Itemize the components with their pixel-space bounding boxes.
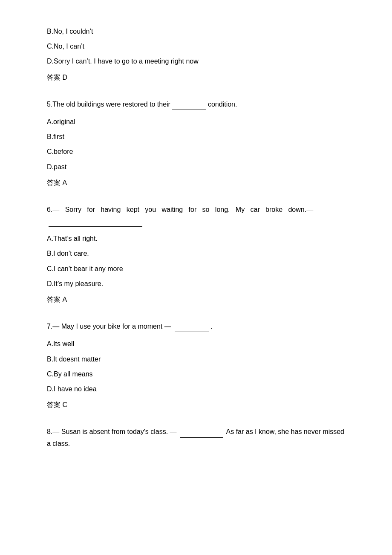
section-q5: 5.The old buildings were restored to the… bbox=[47, 98, 345, 188]
option-q6-d: D.It’s my pleasure. bbox=[47, 278, 345, 289]
section-q8: 8.— Susan is absent from today's class. … bbox=[47, 426, 345, 449]
option-q6-a: A.That’s all right. bbox=[47, 233, 345, 244]
answer-q5: 答案 A bbox=[47, 177, 345, 188]
answer-q6: 答案 A bbox=[47, 294, 345, 305]
question-6: 6.— Sorry for having kept you waiting fo… bbox=[47, 204, 345, 227]
question-5: 5.The old buildings were restored to the… bbox=[47, 98, 345, 110]
answer-prev: 答案 D bbox=[47, 72, 345, 83]
answer-q7: 答案 C bbox=[47, 399, 345, 410]
option-q7-a: A.Its well bbox=[47, 338, 345, 350]
option-q5-d: D.past bbox=[47, 161, 345, 173]
option-q7-b: B.It doesnt matter bbox=[47, 353, 345, 365]
section-q6: 6.— Sorry for having kept you waiting fo… bbox=[47, 204, 345, 305]
option-q7-d: D.I have no idea bbox=[47, 383, 345, 395]
option-q5-b: B.first bbox=[47, 131, 345, 142]
option-q5-c: C.before bbox=[47, 146, 345, 157]
option-q5-a: A.original bbox=[47, 116, 345, 127]
section-prev-options: B.No, I couldn’t C.No, I can’t D.Sorry I… bbox=[47, 26, 345, 83]
option-q7-c: C.By all means bbox=[47, 368, 345, 380]
option-c: C.No, I can’t bbox=[47, 40, 345, 52]
question-8: 8.— Susan is absent from today's class. … bbox=[47, 426, 345, 449]
option-d: D.Sorry I can’t. I have to go to a meeti… bbox=[47, 55, 345, 67]
option-b: B.No, I couldn’t bbox=[47, 26, 345, 37]
section-q7: 7.— May I use your bike for a moment — .… bbox=[47, 321, 345, 410]
question-7: 7.— May I use your bike for a moment — . bbox=[47, 321, 345, 332]
option-q6-b: B.I don’t care. bbox=[47, 248, 345, 259]
option-q6-c: C.I can’t bear it any more bbox=[47, 263, 345, 275]
